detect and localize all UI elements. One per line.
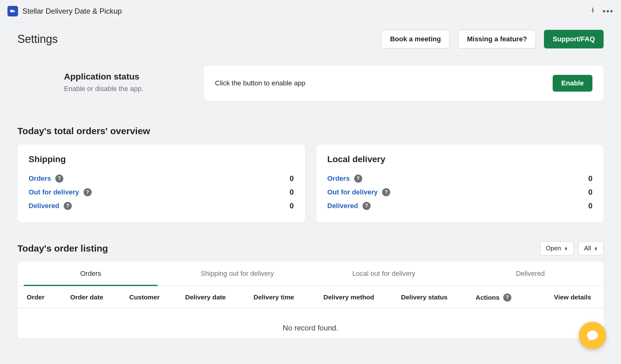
status-row: Application status Enable or disable the… [17,66,604,101]
th-delivery-date: Delivery date [185,293,250,302]
shipping-out-link[interactable]: Out for delivery [29,188,79,196]
filter-all-select[interactable]: All ▲▼ [578,241,604,255]
support-faq-button[interactable]: Support/FAQ [544,30,604,48]
listing-filters: Open ▲▼ All ▲▼ [540,241,604,255]
shipping-orders-link[interactable]: Orders [29,175,51,183]
filter-open-select[interactable]: Open ▲▼ [540,241,574,255]
shipping-delivered-value: 0 [290,202,294,210]
th-delivery-method: Delivery method [323,293,398,302]
chat-icon [586,329,599,342]
th-customer: Customer [129,293,182,302]
sort-icon: ▲▼ [594,247,598,250]
shipping-orders-row: Orders ? 0 [29,172,294,185]
th-delivery-status: Delivery status [401,293,473,302]
page-title: Settings [17,33,58,46]
local-out-row: Out for delivery ? 0 [327,185,593,199]
th-actions: Actions ? [476,293,532,302]
status-card: Click the button to enable app Enable [204,66,604,101]
missing-feature-button[interactable]: Missing a feature? [458,30,536,48]
topbar: Stellar Delivery Date & Pickup ••• [0,0,621,22]
truck-icon [10,8,16,14]
local-card: Local delivery Orders ? 0 Out for delive… [316,144,604,223]
topbar-left: Stellar Delivery Date & Pickup [7,6,122,16]
svg-rect-0 [10,10,13,12]
local-out-link[interactable]: Out for delivery [327,188,378,196]
header-row: Settings Book a meeting Missing a featur… [0,22,621,56]
tab-orders[interactable]: Orders [17,262,164,286]
help-icon[interactable]: ? [84,188,92,196]
tab-local-out[interactable]: Local out for delivery [311,262,457,286]
status-card-text: Click the button to enable app [215,79,305,87]
listing-card: Orders Shipping out for delivery Local o… [17,262,604,339]
shipping-orders-value: 0 [290,174,294,183]
shipping-out-row: Out for delivery ? 0 [29,185,294,199]
shipping-out-value: 0 [290,188,294,197]
status-left: Application status Enable or disable the… [17,66,185,101]
svg-point-3 [14,12,15,13]
filter-open-label: Open [546,245,561,252]
sort-icon: ▲▼ [564,247,568,250]
help-icon[interactable]: ? [354,175,362,183]
book-meeting-button[interactable]: Book a meeting [381,30,450,48]
content: Application status Enable or disable the… [0,56,621,339]
listing-title: Today's order listing [17,243,108,254]
overview-grid: Shipping Orders ? 0 Out for delivery ? 0… [17,144,604,223]
th-order-date: Order date [70,293,126,302]
help-icon[interactable]: ? [382,188,390,196]
listing-header: Today's order listing Open ▲▼ All ▲▼ [17,241,604,255]
svg-point-2 [11,12,12,13]
topbar-right: ••• [589,7,614,16]
local-delivered-value: 0 [588,202,592,210]
shipping-delivered-link[interactable]: Delivered [29,202,59,210]
shipping-delivered-row: Delivered ? 0 [29,199,294,213]
th-view-details: View details [535,293,594,302]
help-icon[interactable]: ? [64,202,72,210]
local-card-title: Local delivery [327,154,593,164]
shipping-card-title: Shipping [29,154,294,164]
app-icon [7,6,18,16]
overview-title: Today's total orders' overview [17,126,604,136]
chat-widget-button[interactable] [579,322,606,349]
local-orders-link[interactable]: Orders [327,175,350,183]
enable-button[interactable]: Enable [553,75,592,92]
local-out-value: 0 [588,188,592,197]
help-icon[interactable]: ? [503,293,511,302]
local-orders-value: 0 [588,174,592,183]
no-record: No record found. [17,308,604,339]
more-icon[interactable]: ••• [603,7,614,16]
pin-icon[interactable] [589,7,596,16]
th-order: Order [27,293,67,302]
table-head: Order Order date Customer Delivery date … [17,286,604,308]
tab-shipping-out[interactable]: Shipping out for delivery [164,262,311,286]
status-title: Application status [64,72,185,82]
help-icon[interactable]: ? [55,175,63,183]
filter-all-label: All [584,245,591,252]
header-actions: Book a meeting Missing a feature? Suppor… [381,30,604,48]
th-actions-label: Actions [476,294,500,301]
tabs: Orders Shipping out for delivery Local o… [17,262,604,286]
local-delivered-row: Delivered ? 0 [327,199,593,213]
local-delivered-link[interactable]: Delivered [327,202,358,210]
tab-delivered[interactable]: Delivered [457,262,604,286]
app-title: Stellar Delivery Date & Pickup [22,7,122,16]
th-delivery-time: Delivery time [253,293,320,302]
help-icon[interactable]: ? [363,202,371,210]
status-subtitle: Enable or disable the app. [64,85,185,93]
shipping-card: Shipping Orders ? 0 Out for delivery ? 0… [17,144,305,223]
local-orders-row: Orders ? 0 [327,172,593,185]
